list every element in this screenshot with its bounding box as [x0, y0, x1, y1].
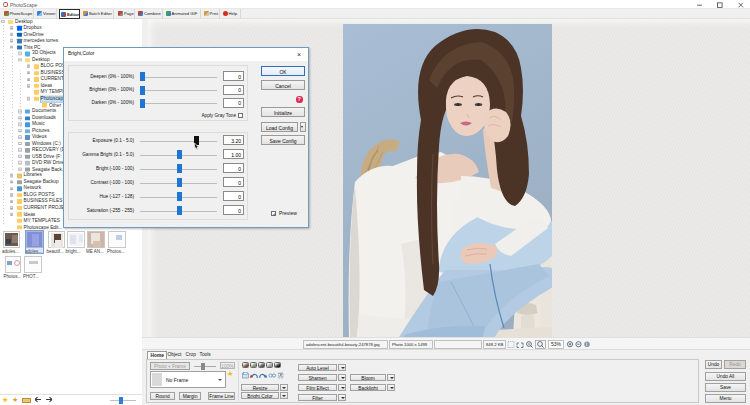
svg-text:53%: 53% [551, 341, 562, 347]
svg-text:X: X [279, 373, 282, 378]
svg-text:i: i [586, 341, 587, 347]
